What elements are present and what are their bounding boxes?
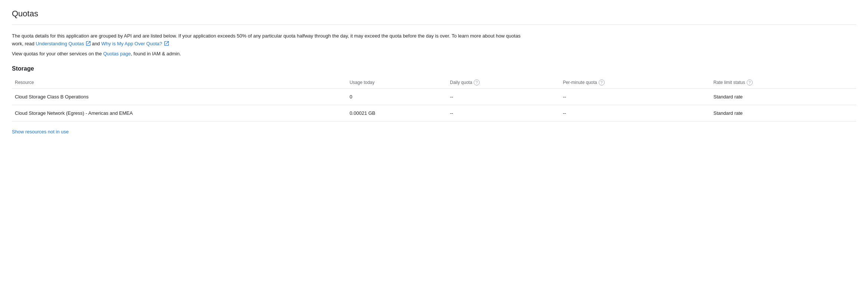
- row1-rate-limit-status: Standard rate: [713, 88, 856, 105]
- quota-page-suffix: , found in IAM & admin.: [131, 51, 181, 56]
- row2-usage-today: 0.00021 GB: [349, 105, 450, 121]
- description-line1: The quota details for this application a…: [12, 32, 531, 48]
- per-minute-quota-help-icon[interactable]: ?: [599, 79, 605, 85]
- row1-resource: Cloud Storage Class B Operations: [12, 88, 349, 105]
- show-resources-section: Show resources not in use: [12, 129, 856, 134]
- row2-per-minute-quota: --: [563, 105, 713, 121]
- between-links-text: and: [92, 41, 101, 46]
- daily-quota-help-icon[interactable]: ?: [474, 79, 480, 85]
- show-resources-link[interactable]: Show resources not in use: [12, 129, 69, 134]
- table-header-row: Resource Usage today Daily quota ? Per-m…: [12, 77, 856, 89]
- row2-daily-quota: --: [450, 105, 563, 121]
- table-row: Cloud Storage Class B Operations 0 -- --…: [12, 88, 856, 105]
- external-link-icon-2: [164, 41, 169, 46]
- quota-page-line: View quotas for your other services on t…: [12, 51, 856, 56]
- col-usage-today: Usage today: [349, 77, 450, 89]
- table-body: Cloud Storage Class B Operations 0 -- --…: [12, 88, 856, 121]
- understanding-quotas-link[interactable]: Understanding Quotas: [36, 41, 92, 46]
- row1-daily-quota: --: [450, 88, 563, 105]
- table-row: Cloud Storage Network (Egress) - America…: [12, 105, 856, 121]
- row1-usage-today: 0: [349, 88, 450, 105]
- row2-resource: Cloud Storage Network (Egress) - America…: [12, 105, 349, 121]
- quota-page-prefix: View quotas for your other services on t…: [12, 51, 103, 56]
- col-per-minute-quota: Per-minute quota ?: [563, 77, 713, 89]
- row2-rate-limit-status: Standard rate: [713, 105, 856, 121]
- quota-table: Resource Usage today Daily quota ? Per-m…: [12, 77, 856, 121]
- external-link-icon-1: [86, 41, 91, 46]
- col-daily-quota: Daily quota ?: [450, 77, 563, 89]
- rate-limit-status-help-icon[interactable]: ?: [747, 79, 753, 85]
- header-divider: [12, 25, 856, 25]
- quotas-page-link[interactable]: Quotas page: [103, 51, 131, 56]
- row1-per-minute-quota: --: [563, 88, 713, 105]
- why-over-quota-link[interactable]: Why is My App Over Quota?: [101, 41, 169, 46]
- page-title: Quotas: [12, 9, 856, 19]
- col-resource: Resource: [12, 77, 349, 89]
- col-rate-limit-status: Rate limit status ?: [713, 77, 856, 89]
- table-header: Resource Usage today Daily quota ? Per-m…: [12, 77, 856, 89]
- storage-section-title: Storage: [12, 65, 856, 72]
